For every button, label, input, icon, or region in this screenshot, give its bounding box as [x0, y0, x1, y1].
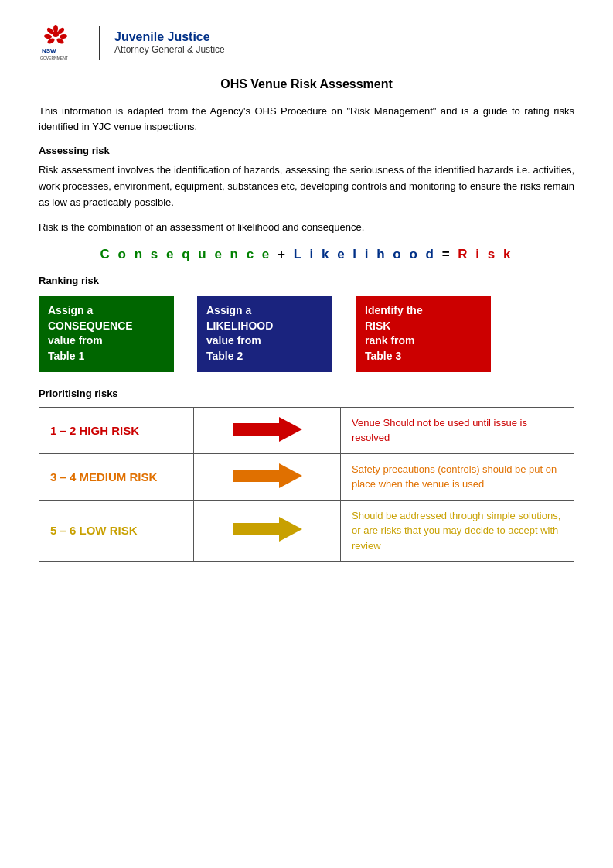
medium-risk-arrow-icon: [233, 462, 302, 490]
formula-plus: +: [278, 247, 294, 261]
risk-rank-box-line3: rank from: [365, 334, 415, 347]
consequence-box: Assign a CONSEQUENCE value from Table 1: [39, 296, 174, 371]
likelihood-box-line4: Table 2: [206, 350, 243, 362]
svg-point-4: [44, 33, 53, 39]
low-risk-desc-cell: Should be addressed through simple solut…: [341, 500, 574, 562]
medium-risk-label-cell: 3 – 4 MEDIUM RISK: [39, 453, 194, 500]
svg-marker-10: [233, 417, 302, 442]
high-risk-desc-cell: Venue Should not be used until issue is …: [341, 407, 574, 453]
svg-text:GOVERNMENT: GOVERNMENT: [40, 56, 68, 60]
assessing-risk-para1: Risk assessment involves the identificat…: [39, 162, 574, 210]
low-risk-arrow-icon: [233, 515, 302, 543]
likelihood-box-line3: value from: [206, 334, 261, 347]
consequence-box-line4: Table 1: [48, 350, 84, 362]
medium-risk-label: 3 – 4 MEDIUM RISK: [50, 470, 157, 484]
org-sub-label: Attorney General & Justice: [114, 44, 225, 55]
consequence-box-line3: value from: [48, 334, 103, 347]
risk-rank-box-line4: Table 3: [365, 350, 401, 362]
assessing-risk-para2: Risk is the combination of an assessment…: [39, 220, 574, 236]
ranking-risk-heading: Ranking risk: [39, 275, 574, 286]
consequence-box-line2: CONSEQUENCE: [48, 320, 133, 332]
svg-point-5: [60, 33, 68, 39]
risk-rank-box-line1: Identify the: [365, 304, 423, 316]
header: NSW GOVERNMENT Juvenile Justice Attorney…: [39, 23, 574, 62]
page-title: OHS Venue Risk Assessment: [39, 77, 574, 91]
svg-marker-12: [233, 517, 302, 542]
low-risk-description: Should be addressed through simple solut…: [352, 510, 560, 552]
risk-boxes-row: Assign a CONSEQUENCE value from Table 1 …: [39, 296, 574, 371]
svg-text:NSW: NSW: [42, 47, 56, 54]
likelihood-box-line2: LIKELIHOOD: [206, 320, 273, 332]
formula-risk: R i s k: [458, 247, 513, 261]
risk-formula: C o n s e q u e n c e + L i k e l i h o …: [39, 247, 574, 262]
low-risk-label: 5 – 6 LOW RISK: [50, 524, 138, 537]
intro-paragraph: This information is adapted from the Age…: [39, 104, 574, 134]
medium-risk-row: 3 – 4 MEDIUM RISK Safety precautions (co…: [39, 453, 574, 500]
likelihood-box: Assign a LIKELIHOOD value from Table 2: [197, 296, 332, 371]
consequence-box-line1: Assign a: [48, 304, 93, 316]
formula-equals: =: [442, 247, 458, 261]
risk-rank-box: Identify the RISK rank from Table 3: [356, 296, 491, 371]
medium-risk-description: Safety precautions (controls) should be …: [352, 463, 557, 490]
high-risk-row: 1 – 2 HIGH RISK Venue Should not be used…: [39, 407, 574, 453]
assessing-risk-heading: Assessing risk: [39, 145, 574, 156]
org-main-label: Juvenile Justice: [114, 30, 225, 44]
low-risk-label-cell: 5 – 6 LOW RISK: [39, 500, 194, 562]
org-name: Juvenile Justice Attorney General & Just…: [114, 30, 225, 55]
likelihood-box-line1: Assign a: [206, 304, 251, 316]
formula-likelihood: L i k e l i h o o d: [294, 247, 436, 261]
formula-consequence: C o n s e q u e n c e: [100, 247, 272, 261]
low-risk-arrow-cell: [194, 500, 341, 562]
high-risk-label-cell: 1 – 2 HIGH RISK: [39, 407, 194, 453]
high-risk-description: Venue Should not be used until issue is …: [352, 417, 527, 444]
high-risk-arrow-icon: [233, 415, 302, 443]
prioritising-heading: Prioritising risks: [39, 388, 574, 399]
high-risk-label: 1 – 2 HIGH RISK: [50, 424, 139, 437]
medium-risk-desc-cell: Safety precautions (controls) should be …: [341, 453, 574, 500]
page-container: NSW GOVERNMENT Juvenile Justice Attorney…: [0, 0, 613, 868]
risk-priority-table: 1 – 2 HIGH RISK Venue Should not be used…: [39, 407, 574, 562]
nsw-logo-icon: NSW GOVERNMENT: [39, 23, 85, 62]
logo-divider: [99, 26, 100, 60]
svg-point-1: [53, 25, 58, 32]
risk-rank-box-line2: RISK: [365, 320, 390, 332]
logo-area: NSW GOVERNMENT Juvenile Justice Attorney…: [39, 23, 225, 62]
medium-risk-arrow-cell: [194, 453, 341, 500]
low-risk-row: 5 – 6 LOW RISK Should be addressed throu…: [39, 500, 574, 562]
svg-marker-11: [233, 463, 302, 488]
high-risk-arrow-cell: [194, 407, 341, 453]
